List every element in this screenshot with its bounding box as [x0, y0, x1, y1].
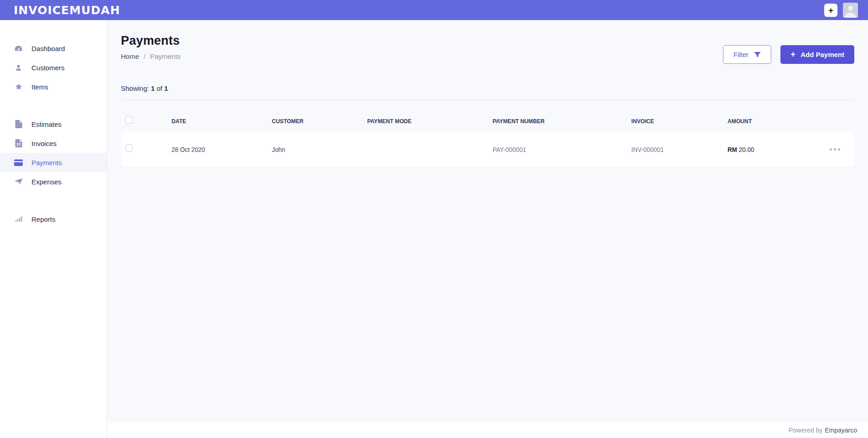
- col-header-date: DATE: [172, 118, 272, 125]
- credit-card-icon: [14, 158, 23, 167]
- add-payment-label: Add Payment: [800, 51, 844, 58]
- sidebar-item-label: Reports: [31, 215, 56, 223]
- file-icon: [14, 120, 23, 129]
- cell-payment-mode: [367, 146, 493, 153]
- table-row[interactable]: 28 Oct 2020 John PAY-000001 INV-000001 R…: [121, 131, 854, 167]
- table-header-row: DATE CUSTOMER PAYMENT MODE PAYMENT NUMBE…: [121, 110, 854, 131]
- sidebar-item-label: Payments: [31, 159, 62, 167]
- content: Payments Home / Payments Filter: [107, 20, 868, 422]
- sidebar-item-label: Items: [31, 83, 48, 91]
- sidebar-item-label: Customers: [31, 64, 65, 72]
- gauge-icon: [14, 44, 23, 53]
- row-checkbox-cell: [121, 145, 172, 154]
- main-area: Payments Home / Payments Filter: [107, 20, 868, 438]
- plus-icon: +: [790, 50, 795, 58]
- showing-count: Showing: 1 of 1: [121, 84, 854, 92]
- cell-amount: RM 20.00: [728, 146, 829, 153]
- empayarco-link[interactable]: Empayarco: [825, 427, 857, 434]
- col-header-payment-number: PAYMENT NUMBER: [493, 118, 631, 125]
- col-header-amount: AMOUNT: [728, 118, 829, 125]
- divider: [121, 100, 854, 100]
- cell-invoice: INV-000001: [631, 146, 728, 153]
- amount-currency: RM: [728, 146, 737, 153]
- col-header-payment-mode: PAYMENT MODE: [367, 118, 493, 125]
- showing-of: of: [156, 84, 162, 92]
- avatar-silhouette-icon: [843, 3, 858, 18]
- ellipsis-icon: [830, 148, 832, 151]
- filter-button[interactable]: Filter: [723, 45, 771, 64]
- page-title: Payments: [121, 34, 181, 48]
- quick-add-button[interactable]: +: [824, 4, 837, 17]
- sidebar-item-reports[interactable]: Reports: [0, 209, 107, 229]
- cell-actions: [829, 146, 856, 153]
- sidebar-item-items[interactable]: Items: [0, 77, 107, 96]
- filter-button-label: Filter: [733, 51, 748, 58]
- sidebar-item-dashboard[interactable]: Dashboard: [0, 39, 107, 58]
- app-logo[interactable]: INVOICEMUDAH: [14, 4, 120, 17]
- sidebar-group-gap: [0, 191, 107, 209]
- cell-customer: John: [272, 146, 367, 153]
- user-icon: [14, 63, 23, 72]
- sidebar-group-gap: [0, 96, 107, 115]
- plus-icon: +: [828, 6, 833, 15]
- col-header-customer: CUSTOMER: [272, 118, 367, 125]
- page-header: Payments Home / Payments Filter: [121, 34, 854, 64]
- sidebar-item-label: Invoices: [31, 140, 57, 147]
- cell-date: 28 Oct 2020: [172, 146, 272, 153]
- topbar-right: +: [824, 3, 858, 18]
- col-header-invoice: INVOICE: [631, 118, 728, 125]
- sidebar: Dashboard Customers Items Estimates I: [0, 20, 107, 438]
- sidebar-item-customers[interactable]: Customers: [0, 58, 107, 77]
- showing-prefix: Showing:: [121, 84, 149, 92]
- bar-chart-icon: [14, 215, 23, 224]
- showing-current: 1: [151, 84, 155, 92]
- header-checkbox-cell: [121, 116, 172, 125]
- file-lines-icon: [14, 139, 23, 148]
- footer: Powered by Empayarco: [107, 422, 868, 438]
- sidebar-item-label: Estimates: [31, 120, 62, 128]
- breadcrumb-current: Payments: [150, 52, 181, 60]
- sidebar-item-label: Dashboard: [31, 45, 65, 52]
- title-block: Payments Home / Payments: [121, 34, 181, 60]
- header-actions: Filter + Add Payment: [723, 45, 854, 64]
- sidebar-item-payments[interactable]: Payments: [0, 153, 107, 172]
- amount-value: 20.00: [739, 146, 754, 153]
- user-avatar[interactable]: [843, 3, 858, 18]
- cell-payment-number: PAY-000001: [493, 146, 631, 153]
- breadcrumb-home-link[interactable]: Home: [121, 52, 139, 60]
- payments-table: DATE CUSTOMER PAYMENT MODE PAYMENT NUMBE…: [121, 110, 854, 167]
- sidebar-item-label: Expenses: [31, 178, 62, 186]
- breadcrumb: Home / Payments: [121, 52, 181, 60]
- row-checkbox[interactable]: [125, 145, 133, 152]
- paper-plane-icon: [14, 177, 23, 186]
- star-icon: [14, 83, 23, 91]
- sidebar-item-estimates[interactable]: Estimates: [0, 115, 107, 134]
- row-actions-menu-button[interactable]: [829, 146, 841, 153]
- showing-total: 1: [164, 84, 168, 92]
- sidebar-item-invoices[interactable]: Invoices: [0, 134, 107, 153]
- funnel-icon: [754, 51, 761, 58]
- select-all-checkbox[interactable]: [125, 116, 133, 124]
- powered-by-text: Powered by: [789, 427, 822, 434]
- add-payment-button[interactable]: + Add Payment: [780, 45, 854, 64]
- sidebar-item-expenses[interactable]: Expenses: [0, 172, 107, 191]
- breadcrumb-separator: /: [144, 52, 146, 60]
- topbar: INVOICEMUDAH +: [0, 0, 868, 20]
